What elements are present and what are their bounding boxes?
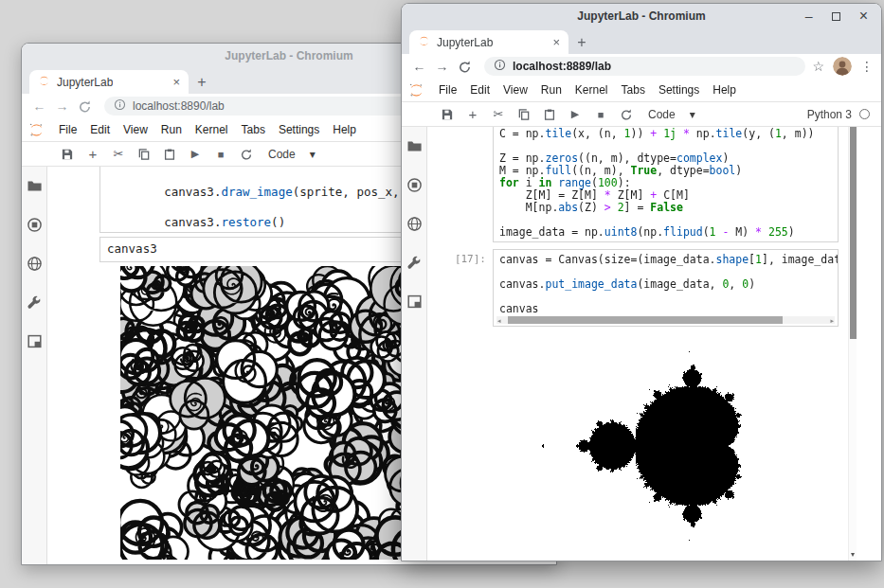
tab-strip: JupyterLab × + (402, 28, 881, 54)
url-text: localhost:8889/lab (513, 60, 611, 73)
address-bar[interactable]: localhost:8889/lab (484, 57, 805, 76)
menu-file[interactable]: File (52, 123, 83, 136)
cell-type-value: Code (268, 148, 296, 161)
menu-run[interactable]: Run (154, 123, 189, 136)
code-cell[interactable]: C = np.tile(x, (n, 1)) + 1j * np.tile(y,… (493, 127, 839, 242)
maximize-icon[interactable] (832, 12, 840, 21)
jupyterlab-menubar: File Edit View Run Kernel Tabs Settings … (402, 79, 881, 102)
jupyter-favicon-icon (38, 75, 50, 90)
open-tabs-icon[interactable] (27, 333, 43, 349)
menu-tabs[interactable]: Tabs (615, 83, 652, 97)
browser-menu-icon[interactable]: ⋮ (860, 59, 874, 74)
activity-bar (402, 127, 427, 561)
mandelbrot-output-image (512, 339, 753, 552)
menu-help[interactable]: Help (326, 123, 363, 136)
tab-label: JupyterLab (57, 76, 113, 89)
scrollbar-thumb[interactable] (508, 316, 783, 324)
menu-view[interactable]: View (117, 123, 154, 136)
browser-navbar: ← → localhost:8889/lab ☆ ⋮ (402, 54, 881, 79)
browser-tab[interactable]: JupyterLab × (29, 70, 189, 94)
bookmark-star-icon[interactable]: ☆ (812, 59, 824, 74)
chevron-down-icon: ▾ (310, 148, 316, 161)
tab-close-icon[interactable]: × (552, 35, 560, 49)
url-text: localhost:8890/lab (133, 99, 225, 113)
menu-settings[interactable]: Settings (652, 83, 706, 97)
paste-cells-icon[interactable] (162, 147, 177, 162)
cut-cells-icon[interactable]: ✂ (491, 107, 506, 122)
info-icon[interactable] (114, 98, 126, 115)
save-icon[interactable] (60, 147, 75, 162)
run-cell-icon[interactable]: ▶ (568, 107, 583, 122)
file-browser-icon[interactable] (406, 138, 423, 154)
menu-help[interactable]: Help (706, 83, 743, 97)
menu-file[interactable]: File (432, 83, 463, 97)
notebook-panel[interactable]: C = np.tile(x, (n, 1)) + 1j * np.tile(y,… (427, 127, 881, 561)
cut-cells-icon[interactable]: ✂ (111, 147, 126, 162)
nav-refresh-icon[interactable] (75, 99, 95, 114)
menu-kernel[interactable]: Kernel (568, 83, 615, 97)
paste-cells-icon[interactable] (542, 107, 557, 122)
restart-kernel-icon[interactable] (239, 147, 254, 162)
info-icon[interactable] (494, 58, 506, 75)
code-cell[interactable]: canvas = Canvas(size=(image_data.shape[1… (493, 249, 839, 327)
close-icon[interactable]: × (859, 9, 868, 24)
cell-type-dropdown[interactable]: Code ▾ (648, 108, 695, 121)
nav-back-icon[interactable]: ← (29, 98, 49, 114)
browser-tab[interactable]: JupyterLab × (409, 30, 568, 54)
scroll-right-icon[interactable]: ▸ (830, 316, 834, 325)
commands-icon[interactable] (406, 216, 423, 232)
jupyter-logo-icon (28, 122, 45, 138)
save-icon[interactable] (440, 107, 455, 122)
running-kernels-icon[interactable] (27, 217, 43, 233)
window-title: JupyterLab - Chromium (225, 49, 352, 62)
running-kernels-icon[interactable] (406, 177, 423, 193)
copy-cells-icon[interactable] (136, 147, 152, 162)
menu-run[interactable]: Run (534, 83, 568, 97)
menu-settings[interactable]: Settings (272, 123, 326, 136)
restart-kernel-icon[interactable] (619, 107, 634, 122)
nav-forward-icon[interactable]: → (432, 59, 452, 74)
menu-edit[interactable]: Edit (463, 83, 496, 97)
jupyter-favicon-icon (418, 35, 430, 50)
jupyter-logo-icon (408, 82, 424, 98)
cell-prompt: [17]: (427, 253, 486, 265)
menu-edit[interactable]: Edit (83, 123, 117, 136)
run-cell-icon[interactable]: ▶ (188, 147, 203, 162)
open-tabs-icon[interactable] (406, 294, 423, 310)
copy-cells-icon[interactable] (516, 107, 532, 122)
desktop: JupyterLab - Chromium JupyterLab × + ← → (0, 0, 884, 588)
interrupt-kernel-icon[interactable]: ■ (593, 107, 608, 122)
browser-window-front[interactable]: JupyterLab - Chromium – × JupyterLab × +… (401, 3, 882, 561)
titlebar[interactable]: JupyterLab - Chromium – × (402, 4, 881, 28)
scrollbar-thumb[interactable] (850, 127, 857, 339)
add-cell-icon[interactable]: + (85, 147, 100, 162)
file-browser-icon[interactable] (27, 178, 43, 194)
scroll-down-icon[interactable]: ▾ (849, 550, 857, 559)
scroll-left-icon[interactable]: ◂ (497, 316, 501, 325)
property-inspector-icon[interactable] (406, 255, 423, 271)
vertical-scrollbar[interactable]: ▾ (848, 127, 857, 561)
interrupt-kernel-icon[interactable]: ■ (213, 147, 228, 162)
commands-icon[interactable] (27, 256, 43, 272)
window-title: JupyterLab - Chromium (577, 9, 705, 23)
nav-back-icon[interactable]: ← (409, 59, 429, 74)
horizontal-scrollbar[interactable]: ◂ ▸ (496, 316, 835, 324)
navbar-right: ☆ ⋮ (812, 57, 874, 76)
nav-refresh-icon[interactable] (455, 60, 475, 74)
kernel-indicator[interactable]: Python 3 (807, 108, 870, 121)
menu-kernel[interactable]: Kernel (189, 123, 235, 136)
profile-avatar[interactable] (833, 57, 852, 76)
property-inspector-icon[interactable] (27, 294, 43, 311)
tab-close-icon[interactable]: × (172, 75, 180, 89)
new-tab-button[interactable]: + (189, 70, 215, 94)
add-cell-icon[interactable]: + (465, 107, 480, 122)
menu-tabs[interactable]: Tabs (235, 123, 272, 136)
cell-type-dropdown[interactable]: Code ▾ (268, 148, 316, 161)
nav-forward-icon[interactable]: → (52, 98, 72, 114)
doodle-output-image (120, 266, 438, 560)
menu-view[interactable]: View (496, 83, 534, 97)
minimize-icon[interactable]: – (805, 9, 813, 23)
notebook-toolbar: + ✂ ▶ ■ Code ▾ Python 3 (402, 102, 881, 127)
new-tab-button[interactable]: + (568, 30, 595, 54)
chevron-down-icon: ▾ (690, 108, 695, 121)
